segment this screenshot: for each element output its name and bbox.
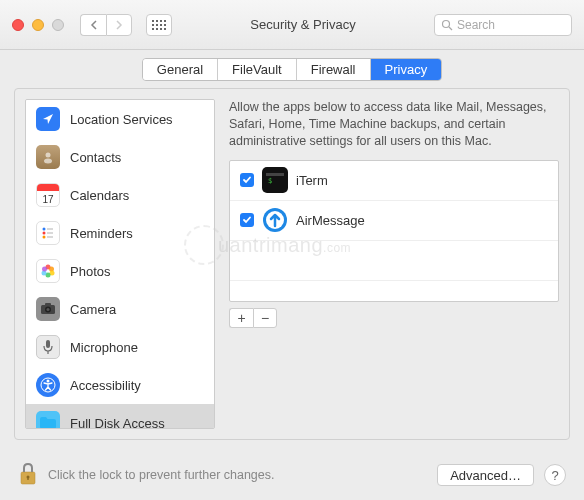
tab-filevault[interactable]: FileVault [218, 59, 297, 80]
forward-button[interactable] [106, 14, 132, 36]
add-remove-controls: + − [229, 308, 559, 328]
app-name: AirMessage [296, 213, 365, 228]
sidebar-item-full-disk-access[interactable]: Full Disk Access [26, 404, 214, 429]
svg-line-1 [449, 27, 452, 30]
sidebar-item-accessibility[interactable]: Accessibility [26, 366, 214, 404]
close-window-button[interactable] [12, 19, 24, 31]
calendar-icon: 17 [36, 183, 60, 207]
app-row-iterm[interactable]: $ iTerm [230, 161, 558, 201]
tab-general[interactable]: General [143, 59, 218, 80]
grid-icon [152, 20, 166, 30]
zoom-window-button[interactable] [52, 19, 64, 31]
microphone-icon [36, 335, 60, 359]
app-name: iTerm [296, 173, 328, 188]
permission-description: Allow the apps below to access data like… [229, 99, 559, 150]
svg-point-5 [43, 232, 46, 235]
advanced-button[interactable]: Advanced… [437, 464, 534, 486]
sidebar-item-photos[interactable]: Photos [26, 252, 214, 290]
reminders-icon [36, 221, 60, 245]
svg-rect-30 [27, 477, 28, 480]
svg-text:$: $ [268, 177, 272, 185]
sidebar-item-camera[interactable]: Camera [26, 290, 214, 328]
window-controls [12, 19, 64, 31]
search-input[interactable]: Search [434, 14, 572, 36]
sidebar-item-microphone[interactable]: Microphone [26, 328, 214, 366]
checkbox-iterm[interactable] [240, 173, 254, 187]
svg-point-2 [46, 153, 51, 158]
tab-firewall[interactable]: Firewall [297, 59, 371, 80]
footer: Click the lock to prevent further change… [0, 450, 584, 500]
sidebar-item-label: Microphone [70, 340, 138, 355]
svg-point-23 [47, 380, 50, 383]
help-button[interactable]: ? [544, 464, 566, 486]
iterm-icon: $ [262, 167, 288, 193]
svg-rect-20 [46, 340, 50, 348]
sidebar-item-label: Photos [70, 264, 110, 279]
titlebar: Security & Privacy Search [0, 0, 584, 50]
sidebar-item-label: Location Services [70, 112, 173, 127]
list-empty-row [230, 241, 558, 281]
search-icon [441, 19, 453, 31]
location-icon [36, 107, 60, 131]
show-all-button[interactable] [146, 14, 172, 36]
sidebar-item-label: Accessibility [70, 378, 141, 393]
tab-privacy[interactable]: Privacy [371, 59, 442, 80]
checkbox-airmessage[interactable] [240, 213, 254, 227]
sidebar-item-contacts[interactable]: Contacts [26, 138, 214, 176]
back-button[interactable] [80, 14, 106, 36]
remove-button[interactable]: − [253, 308, 277, 328]
list-empty-row [230, 281, 558, 301]
lock-icon[interactable] [18, 462, 38, 489]
sidebar-item-calendars[interactable]: 17 Calendars [26, 176, 214, 214]
tab-bar: General FileVault Firewall Privacy [0, 50, 584, 88]
nav-buttons [80, 14, 132, 36]
svg-point-0 [443, 20, 450, 27]
sidebar-item-label: Full Disk Access [70, 416, 165, 430]
sidebar-item-label: Reminders [70, 226, 133, 241]
sidebar-item-label: Contacts [70, 150, 121, 165]
app-row-airmessage[interactable]: AirMessage [230, 201, 558, 241]
lock-text: Click the lock to prevent further change… [48, 468, 427, 482]
sidebar-item-location[interactable]: Location Services [26, 100, 214, 138]
detail-pane: Allow the apps below to access data like… [215, 99, 559, 429]
minimize-window-button[interactable] [32, 19, 44, 31]
content-pane: Location Services Contacts 17 Calendars … [14, 88, 570, 440]
search-placeholder: Search [457, 18, 495, 32]
svg-rect-24 [266, 173, 284, 176]
add-button[interactable]: + [229, 308, 253, 328]
photos-icon [36, 259, 60, 283]
accessibility-icon [36, 373, 60, 397]
app-list: $ iTerm AirMessage [229, 160, 559, 302]
folder-icon [36, 411, 60, 429]
airmessage-icon [262, 207, 288, 233]
svg-point-6 [43, 236, 46, 239]
sidebar-item-label: Camera [70, 302, 116, 317]
window-title: Security & Privacy [180, 17, 426, 32]
contacts-icon [36, 145, 60, 169]
camera-icon [36, 297, 60, 321]
calendar-day: 17 [37, 194, 59, 205]
svg-point-18 [47, 308, 50, 311]
privacy-sidebar[interactable]: Location Services Contacts 17 Calendars … [25, 99, 215, 429]
sidebar-item-label: Calendars [70, 188, 129, 203]
svg-point-4 [43, 228, 46, 231]
svg-point-15 [42, 267, 47, 272]
svg-point-3 [44, 159, 52, 164]
sidebar-item-reminders[interactable]: Reminders [26, 214, 214, 252]
svg-rect-19 [45, 303, 51, 306]
